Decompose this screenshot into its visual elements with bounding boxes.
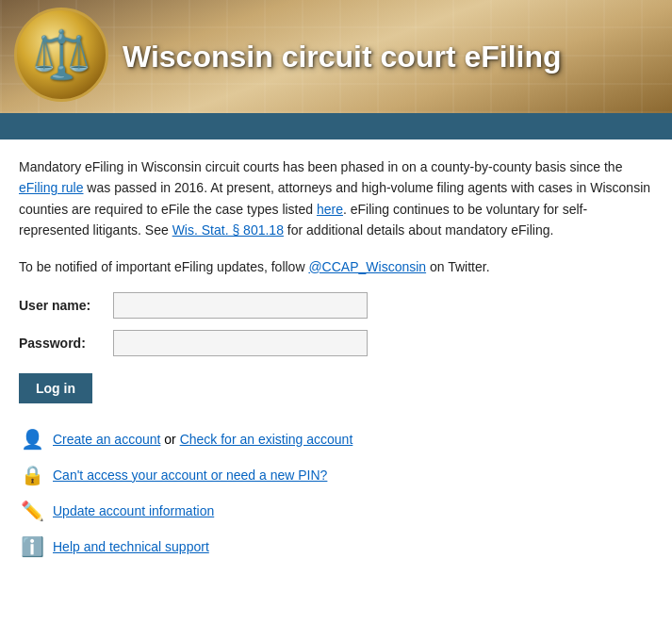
info-text-p2-part2: on Twitter. bbox=[426, 259, 489, 274]
update-info-link[interactable]: Update account information bbox=[53, 503, 214, 518]
info-text-p1-part4: for additional details about mandatory e… bbox=[284, 222, 553, 238]
twitter-link[interactable]: @CCAP_Wisconsin bbox=[308, 259, 426, 274]
nav-bar bbox=[0, 113, 672, 139]
password-input[interactable] bbox=[113, 330, 368, 356]
login-form: User name: Password: Log in bbox=[19, 292, 653, 403]
header-title: Wisconsin circuit court eFiling bbox=[123, 40, 562, 74]
login-button[interactable]: Log in bbox=[19, 373, 92, 403]
efiling-rule-link[interactable]: eFiling rule bbox=[19, 180, 83, 195]
password-label: Password: bbox=[19, 336, 113, 351]
cant-access-link[interactable]: Can't access your account or need a new … bbox=[53, 468, 327, 483]
info-text-p2-part1: To be notified of important eFiling upda… bbox=[19, 259, 308, 274]
or-text: or bbox=[160, 432, 179, 447]
username-label: User name: bbox=[19, 298, 113, 313]
cant-access-row: 🔒 Can't access your account or need a ne… bbox=[19, 462, 653, 488]
main-content: Mandatory eFiling in Wisconsin circuit c… bbox=[0, 139, 672, 588]
username-input[interactable] bbox=[113, 292, 368, 319]
check-existing-link[interactable]: Check for an existing account bbox=[180, 432, 353, 447]
wis-stat-link[interactable]: Wis. Stat. § 801.18 bbox=[172, 222, 284, 238]
lock-icon: 🔒 bbox=[19, 462, 45, 488]
account-link-text-1: Create an account or Check for an existi… bbox=[53, 432, 352, 447]
username-row: User name: bbox=[19, 292, 653, 319]
info-paragraph-2: To be notified of important eFiling upda… bbox=[19, 256, 653, 277]
update-info-row: ✏️ Update account information bbox=[19, 498, 653, 524]
pencil-icon: ✏️ bbox=[19, 498, 45, 524]
create-account-link[interactable]: Create an account bbox=[53, 432, 160, 447]
account-links: 👤 Create an account or Check for an exis… bbox=[19, 426, 653, 560]
password-row: Password: bbox=[19, 330, 653, 356]
info-icon: ℹ️ bbox=[19, 533, 45, 560]
create-account-row: 👤 Create an account or Check for an exis… bbox=[19, 426, 653, 452]
info-paragraph-1: Mandatory eFiling in Wisconsin circuit c… bbox=[19, 156, 653, 241]
info-text-p1-part1: Mandatory eFiling in Wisconsin circuit c… bbox=[19, 159, 622, 174]
header: ⚖️ Wisconsin circuit court eFiling bbox=[0, 0, 672, 113]
login-button-row: Log in bbox=[19, 368, 653, 403]
person-icon: 👤 bbox=[19, 426, 45, 452]
header-logo: ⚖️ bbox=[14, 8, 108, 102]
here-link[interactable]: here bbox=[317, 202, 343, 217]
logo-figure: ⚖️ bbox=[32, 31, 90, 78]
help-support-link[interactable]: Help and technical support bbox=[53, 539, 209, 554]
help-support-row: ℹ️ Help and technical support bbox=[19, 533, 653, 560]
